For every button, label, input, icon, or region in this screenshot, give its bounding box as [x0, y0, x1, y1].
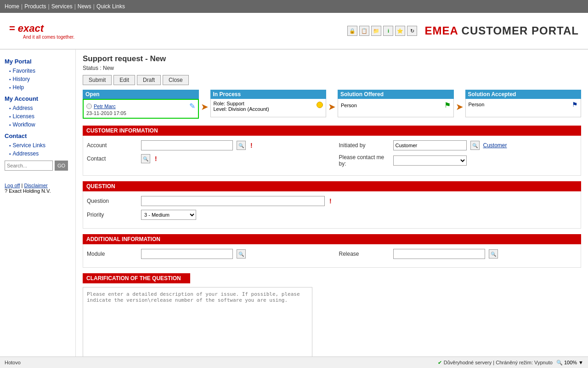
sidebar-item-service-links[interactable]: ▪ Service Links [0, 141, 75, 150]
account-required-icon: ! [250, 142, 253, 149]
open-person-link[interactable]: Petr Marc [94, 104, 116, 109]
additional-left-col: Module 🔍 [87, 249, 325, 263]
sidebar-item-addresses[interactable]: ▪ Addresses [0, 150, 75, 158]
initiated-lookup-button[interactable]: 🔍 [470, 141, 480, 150]
top-navigation: Home | Products | Services | News | Quic… [0, 0, 588, 13]
question-label: Question [87, 198, 137, 204]
logo-eq: = [9, 23, 15, 34]
header-icon-refresh[interactable]: ↻ [407, 26, 417, 36]
header-icon-info[interactable]: i [383, 26, 393, 36]
customer-link[interactable]: Customer [483, 142, 507, 149]
draft-button[interactable]: Draft [137, 75, 161, 85]
sidebar-item-licenses[interactable]: ▪ Licenses [0, 112, 75, 121]
customer-info-header: CUSTOMER INFORMATION [83, 126, 581, 136]
account-lookup-button[interactable]: 🔍 [237, 141, 246, 150]
initiated-by-row: Initiated by 🔍 Customer [339, 140, 577, 150]
green-flag-icon: ⚑ [444, 101, 451, 109]
question-content: Question ! Priority 1 - Low 2 - Normal 3… [83, 191, 581, 229]
sidebar-footer: Log off | Disclaimer ? Exact Holding N.V… [0, 173, 75, 196]
trusted-sites: ✔ Důvěryhodné servery | Chráněný režim: … [438, 360, 553, 366]
sidebar-label-favorites: Favorites [13, 68, 35, 74]
stage-solution-offered: Solution Offered Person ⚑ [338, 90, 454, 119]
open-edit-icon[interactable]: ✎ [189, 102, 195, 110]
sidebar-item-address[interactable]: ▪ Address [0, 104, 75, 112]
clarification-textarea[interactable] [83, 287, 312, 356]
bullet-icon: ▪ [9, 151, 11, 156]
module-input[interactable] [141, 249, 233, 259]
nav-quicklinks[interactable]: Quick Links [96, 3, 125, 10]
blue-flag-icon: ⚑ [572, 101, 578, 108]
logo: = exact And it all comes together. [9, 23, 74, 40]
header-right: 🔒 📋 📁 i ⭐ ↻ EMEA CUSTOMER PORTAL [347, 24, 579, 37]
search-button[interactable]: GO [55, 161, 68, 171]
status-text: Hotovo [5, 360, 21, 365]
priority-select[interactable]: 1 - Low 2 - Normal 3 - Medium 4 - High 5… [141, 210, 196, 220]
content-area: Support request - New Status : New Submi… [76, 50, 588, 356]
header-icon-doc[interactable]: 📋 [359, 26, 369, 36]
nav-sep-2: | [48, 3, 50, 10]
sidebar-label-help: Help [13, 84, 24, 91]
stage-inprocess: In Process Role: Support Level: Division… [210, 90, 327, 119]
nav-news[interactable]: News [78, 3, 91, 10]
stage-solution-accepted: Solution Accepted Person ⚑ [465, 90, 582, 119]
check-icon: ✔ [438, 360, 442, 366]
release-lookup-button[interactable]: 🔍 [489, 249, 498, 259]
submit-button[interactable]: Submit [83, 75, 112, 85]
nav-sep-1: | [21, 3, 23, 10]
solution-offered-person: Person [341, 103, 357, 108]
module-lookup-button[interactable]: 🔍 [237, 249, 246, 259]
nav-sep-3: | [74, 3, 76, 10]
initiated-input[interactable] [393, 140, 467, 150]
account-input[interactable] [141, 140, 233, 150]
close-button[interactable]: Close [163, 75, 189, 85]
zoom-area: 🔍 100% ▼ [556, 360, 583, 366]
nav-services[interactable]: Services [51, 3, 73, 10]
workflow-stages: Open Petr Marc ✎ 23-11-2010 17:05 ➤ [83, 90, 581, 119]
logoff-link[interactable]: Log off [5, 183, 20, 188]
arrow-right-icon-3: ➤ [456, 101, 464, 112]
sidebar-label-addresses: Addresses [13, 150, 39, 157]
module-row: Module 🔍 [87, 249, 325, 259]
contact-me-select[interactable] [393, 155, 467, 166]
stage-solution-offered-body: Person ⚑ [338, 99, 454, 117]
nav-products[interactable]: Products [24, 3, 46, 10]
page-title: Support request - New [83, 54, 581, 63]
sidebar-item-history[interactable]: ▪ History [0, 75, 75, 83]
disclaimer-link[interactable]: Disclaimer [24, 183, 47, 188]
company-text: ? Exact Holding N.V. [5, 188, 51, 194]
header-icon-lock[interactable]: 🔒 [347, 26, 357, 36]
question-required-icon: ! [329, 197, 332, 205]
account-label: Account [87, 142, 137, 149]
question-input[interactable] [141, 196, 325, 206]
arrow-right-icon-2: ➤ [328, 101, 336, 112]
nav-home[interactable]: Home [5, 3, 19, 10]
sidebar-item-help[interactable]: ▪ Help [0, 83, 75, 92]
arrow-2: ➤ [326, 94, 338, 119]
search-input[interactable] [5, 161, 53, 171]
priority-row: Priority 1 - Low 2 - Normal 3 - Medium 4… [87, 210, 577, 220]
release-label: Release [339, 251, 390, 257]
status-bar: Hotovo ✔ Důvěryhodné servery | Chráněný … [0, 356, 588, 368]
stage-solution-offered-header: Solution Offered [338, 90, 454, 99]
bullet-icon: ▪ [9, 122, 11, 127]
header-icon-star[interactable]: ⭐ [395, 26, 405, 36]
sidebar-label-history: History [13, 76, 30, 82]
sidebar-item-workflow[interactable]: ▪ Workflow [0, 121, 75, 129]
release-input[interactable] [393, 249, 485, 259]
logo-name: exact [18, 23, 44, 34]
yellow-circle-icon [317, 102, 323, 108]
bullet-icon: ▪ [9, 143, 11, 148]
stage-solution-accepted-header: Solution Accepted [465, 90, 582, 99]
stage-inprocess-body: Role: Support Level: Division (Account) [210, 99, 327, 117]
stage-solution-accepted-body: Person ⚑ [465, 99, 582, 117]
bullet-icon: ▪ [9, 69, 11, 74]
header-icon-folder[interactable]: 📁 [371, 26, 381, 36]
sidebar-item-favorites[interactable]: ▪ Favorites [0, 67, 75, 75]
edit-button[interactable]: Edit [113, 75, 135, 85]
person-circle-icon [86, 104, 92, 109]
zoom-dropdown-icon[interactable]: ▼ [578, 360, 583, 365]
sidebar-label-licenses: Licenses [13, 113, 34, 120]
contact-lookup-button[interactable]: 🔍 [141, 154, 150, 163]
contact-required-icon: ! [155, 155, 157, 162]
trusted-text: Důvěryhodné servery | Chráněný režim: Vy… [444, 360, 553, 365]
